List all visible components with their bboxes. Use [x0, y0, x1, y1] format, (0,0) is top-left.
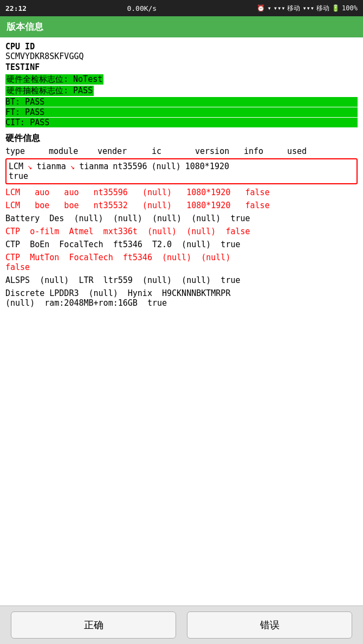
row-lcm-boe: LCM boe boe nt35532 (null) 1080*1920 fal… [5, 201, 358, 210]
battery-percent: 100% [342, 4, 358, 12]
title-bar: 版本信息 [0, 16, 363, 37]
row-ctp-boen: CTP BoEn FocalTech ft5346 T2.0 (null) tr… [5, 240, 358, 249]
confirm-button[interactable]: 正确 [11, 611, 176, 639]
row-ctp-ofilm: CTP o-film Atmel mxt336t (null) (null) f… [5, 227, 358, 236]
col-header-ic: ic [152, 146, 195, 156]
pass-bt: BT: PASS [5, 97, 358, 107]
cell-lcm-t-vender: tianma [79, 162, 108, 171]
cell-discrete-cont: (null) ram:2048MB+rom:16GB true [5, 298, 167, 308]
col-header-module: module [49, 146, 98, 156]
cell-lcm-t-used: true [9, 171, 354, 181]
cell-auo-type: LCM auo auo nt35596 (null) 1080*1920 [5, 188, 245, 197]
row-battery: Battery Des (null) (null) (null) (null) … [5, 214, 358, 223]
col-header-vender: vender [98, 146, 152, 156]
row-discrete: Discrete LPDDR3 (null) Hynix H9CKNNNBKTM… [5, 288, 358, 308]
status-time: 22:12 [5, 4, 27, 12]
cell-mutton-used: false [5, 262, 30, 272]
col-header-used: used [287, 146, 320, 156]
pass-cit: CIT: PASS [5, 118, 358, 127]
wifi-icon: ▾ [267, 4, 271, 12]
title-label: 版本信息 [7, 21, 43, 32]
carrier2: 移动 [316, 4, 329, 13]
status-network: 0.00K/s [127, 4, 157, 12]
flag-1: 硬件全检标志位: NoTest [5, 74, 103, 85]
cell-alsps-full: ALSPS (null) LTR ltr559 (null) (null) tr… [5, 275, 240, 285]
error-button[interactable]: 错误 [187, 611, 352, 639]
row-alsps: ALSPS (null) LTR ltr559 (null) (null) tr… [5, 275, 358, 285]
cell-boe-type: LCM boe boe nt35532 (null) 1080*1920 [5, 201, 245, 210]
row-lcm-tianma: LCM ↘ tianma ↘ tianma nt35596 (null) 108… [5, 158, 358, 184]
row-lcm-auo: LCM auo auo nt35596 (null) 1080*1920 fal… [5, 188, 358, 197]
cell-lcm-t-module: tianma [37, 162, 66, 171]
arrow-right-1: ↘ [28, 162, 32, 171]
cell-ofilm-full: CTP o-film Atmel mxt336t (null) (null) [5, 227, 225, 236]
row-lcm-tianma-inner: LCM ↘ tianma ↘ tianma nt35596 (null) 108… [9, 162, 354, 171]
cell-boe-used: false [245, 201, 270, 210]
bottom-bar: 正确 错误 [0, 606, 363, 644]
hw-info-section: 硬件信息 type module vender ic version info … [5, 133, 358, 308]
signal2-icon: ▾▾▾ [302, 4, 314, 12]
cell-lcm-t-info: 1080*1920 [185, 162, 229, 171]
row-ctp-mutton: CTP MutTon FocalTech ft5346 (null) (null… [5, 253, 358, 272]
col-header-version: version [195, 146, 244, 156]
cell-discrete-full: Discrete LPDDR3 (null) Hynix H9CKNNNBKTM… [5, 288, 230, 298]
cpu-id-value: SCMVYDKR8SKFVGGQ [5, 51, 358, 61]
cpu-id-label: CPU ID [5, 42, 358, 51]
cell-mutton-full: CTP MutTon FocalTech ft5346 (null) (null… [5, 253, 230, 262]
alarm-icon: ⏰ [257, 4, 265, 12]
pass-ft: FT: PASS [5, 107, 358, 117]
cell-boen-full: CTP BoEn FocalTech ft5346 T2.0 (null) tr… [5, 240, 240, 249]
status-icons: ⏰ ▾ ▾▾▾ 移动 ▾▾▾ 移动 🔋 100% [257, 4, 358, 13]
cell-lcm-t-type: LCM [9, 162, 23, 171]
carrier1: 移动 [287, 4, 300, 13]
arrow-right-2: ↘ [70, 162, 75, 171]
cell-ofilm-used: false [225, 227, 250, 236]
status-bar: 22:12 0.00K/s ⏰ ▾ ▾▾▾ 移动 ▾▾▾ 移动 🔋 100% [0, 0, 363, 16]
col-header-type: type [5, 146, 49, 156]
flag-2: 硬件抽检标志位: PASS [5, 86, 94, 96]
signal-icon: ▾▾▾ [274, 4, 286, 12]
cell-battery-full: Battery Des (null) (null) (null) (null) … [5, 214, 250, 223]
cell-auo-used: false [245, 188, 270, 197]
testinf-label: TESTINF [5, 62, 358, 72]
hw-info-title: 硬件信息 [5, 133, 358, 144]
table-header: type module vender ic version info used [5, 146, 358, 156]
cell-lcm-t-version: (null) [152, 162, 181, 171]
battery-icon: 🔋 [332, 4, 340, 12]
col-header-info: info [244, 146, 287, 156]
cell-lcm-t-ic: nt35596 [113, 162, 147, 171]
main-content: CPU ID SCMVYDKR8SKFVGGQ TESTINF 硬件全检标志位:… [0, 37, 363, 606]
